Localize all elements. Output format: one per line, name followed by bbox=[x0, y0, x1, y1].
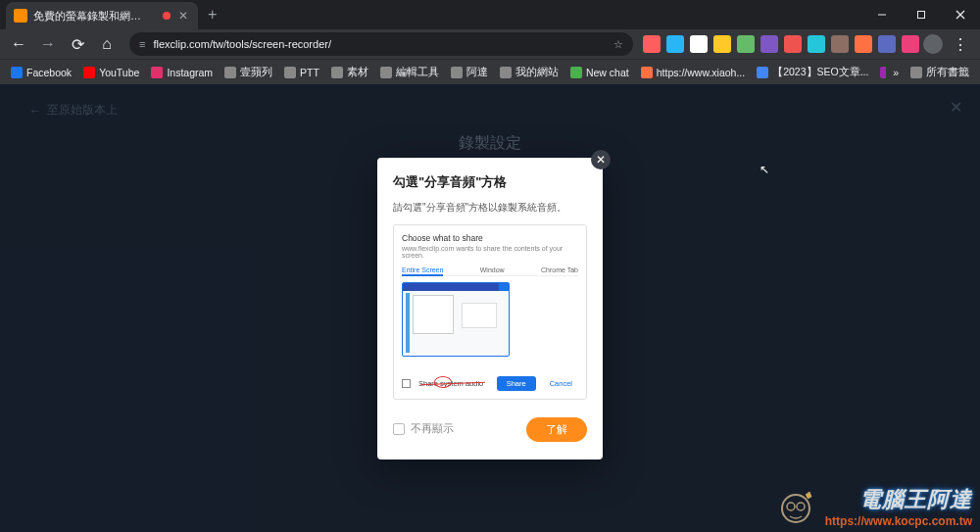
bookmark-label: 編輯工具 bbox=[396, 66, 439, 79]
share-system-audio-checkbox bbox=[402, 379, 411, 388]
nav-home-button[interactable]: ⌂ bbox=[94, 31, 120, 57]
tab-close-icon[interactable]: ✕ bbox=[176, 9, 190, 23]
nav-reload-button[interactable]: ⟳ bbox=[65, 31, 90, 57]
share-audio-modal: 勾選"分享音頻"方格 請勾選"分享音頻"方格以錄製系統音頻。 Choose wh… bbox=[377, 158, 603, 459]
mouse-cursor-icon: ↖ bbox=[760, 163, 769, 176]
extension-icon-2[interactable] bbox=[690, 35, 708, 53]
bookmark-item[interactable]: 我的網站 bbox=[495, 64, 564, 81]
bookmark-item[interactable]: 壹蘋列 bbox=[220, 64, 277, 81]
omnibox[interactable]: ≡ flexclip.com/tw/tools/screen-recorder/… bbox=[129, 32, 633, 56]
bookmark-item[interactable]: Instagram bbox=[146, 64, 218, 81]
bookmark-favicon bbox=[451, 67, 463, 78]
bookmark-label: YouTube bbox=[99, 67, 139, 78]
bookmark-favicon bbox=[151, 67, 163, 78]
tab-title: 免費的螢幕錄製和網路攝影 bbox=[33, 9, 151, 24]
extension-icon-3[interactable] bbox=[713, 35, 731, 53]
browser-titlebar: 免費的螢幕錄製和網路攝影 ✕ + bbox=[0, 0, 980, 29]
bookmark-label: Instagram bbox=[167, 67, 213, 78]
bookmark-item[interactable]: 【2023】SEO文章... bbox=[752, 64, 873, 81]
new-tab-button[interactable]: + bbox=[198, 6, 226, 24]
dont-show-again-label: 不再顯示 bbox=[411, 422, 454, 436]
svg-rect-1 bbox=[918, 12, 925, 19]
recording-indicator-icon bbox=[163, 12, 171, 20]
browser-tab[interactable]: 免費的螢幕錄製和網路攝影 ✕ bbox=[6, 2, 198, 29]
extension-icon-11[interactable] bbox=[902, 35, 919, 53]
bookmark-label: Facebook bbox=[26, 67, 72, 78]
bookmark-item[interactable]: https://www.xiaoh... bbox=[636, 64, 750, 81]
browser-navbar: ← → ⟳ ⌂ ≡ flexclip.com/tw/tools/screen-r… bbox=[0, 29, 980, 59]
bookmark-label: New chat bbox=[586, 67, 629, 78]
bookmark-favicon bbox=[380, 67, 392, 78]
bookmark-item[interactable]: 素材 bbox=[326, 64, 373, 81]
bookmarks-bar: FacebookYouTubeInstagram壹蘋列PTT素材編輯工具阿達我的… bbox=[0, 59, 980, 84]
window-controls bbox=[862, 0, 980, 29]
site-info-icon[interactable]: ≡ bbox=[139, 38, 145, 50]
share-picker-preview: Choose what to share www.flexclip.com wa… bbox=[393, 224, 587, 400]
bookmark-item[interactable]: YouTube bbox=[78, 64, 144, 81]
extension-icon-10[interactable] bbox=[878, 35, 896, 53]
bookmark-item[interactable]: PTT bbox=[279, 64, 324, 81]
omnibox-url: flexclip.com/tw/tools/screen-recorder/ bbox=[153, 38, 606, 50]
share-picker-cancel-button: Cancel bbox=[544, 376, 578, 391]
bookmarks-overflow-chevron[interactable]: » bbox=[888, 64, 904, 81]
bookmark-item[interactable]: Facebook bbox=[6, 64, 76, 81]
dont-show-again-checkbox[interactable] bbox=[393, 423, 405, 435]
nav-back-button[interactable]: ← bbox=[6, 31, 31, 57]
bookmark-label: 素材 bbox=[347, 66, 368, 79]
bookmark-item[interactable]: 編輯工具 bbox=[375, 64, 444, 81]
extension-icon-1[interactable] bbox=[666, 35, 684, 53]
screen-thumbnail bbox=[402, 282, 510, 357]
bookmark-favicon bbox=[880, 67, 886, 78]
window-minimize-button[interactable] bbox=[862, 0, 902, 29]
folder-icon bbox=[910, 67, 922, 78]
bookmark-favicon bbox=[83, 67, 95, 78]
modal-title: 勾選"分享音頻"方格 bbox=[393, 173, 587, 191]
window-maximize-button[interactable] bbox=[902, 0, 941, 29]
bookmark-item[interactable]: 阿達 bbox=[446, 64, 493, 81]
extension-icon-5[interactable] bbox=[760, 35, 778, 53]
bookmark-label: 阿達 bbox=[466, 66, 488, 79]
extension-icon-4[interactable] bbox=[737, 35, 755, 53]
extension-row bbox=[643, 35, 919, 53]
share-picker-share-button: Share bbox=[497, 376, 536, 391]
browser-menu-button[interactable]: ⋮ bbox=[947, 35, 974, 54]
profile-avatar[interactable] bbox=[923, 34, 943, 54]
share-tab-window: Window bbox=[480, 266, 505, 273]
modal-overlay: 勾選"分享音頻"方格 請勾選"分享音頻"方格以錄製系統音頻。 Choose wh… bbox=[0, 84, 980, 532]
modal-close-button[interactable]: ✕ bbox=[591, 150, 611, 169]
all-bookmarks-folder[interactable]: 所有書籤 bbox=[906, 64, 974, 81]
share-tab-entire-screen: Entire Screen bbox=[402, 266, 443, 276]
bookmark-favicon bbox=[331, 67, 343, 78]
bookmark-favicon bbox=[224, 67, 236, 78]
bookmark-item[interactable]: New chat bbox=[565, 64, 634, 81]
bookmark-favicon bbox=[11, 67, 23, 78]
share-picker-heading: Choose what to share bbox=[402, 233, 578, 243]
bookmark-label: PTT bbox=[300, 67, 319, 78]
tab-favicon bbox=[14, 9, 27, 23]
share-picker-subheading: www.flexclip.com wants to share the cont… bbox=[402, 245, 578, 259]
share-picker-tabs: Entire Screen Window Chrome Tab bbox=[402, 266, 578, 276]
bookmark-label: 壹蘋列 bbox=[240, 66, 272, 79]
bookmark-star-icon[interactable]: ☆ bbox=[613, 38, 623, 51]
extension-icon-6[interactable] bbox=[784, 35, 802, 53]
bookmark-favicon bbox=[500, 67, 512, 78]
highlight-circle-icon bbox=[434, 376, 452, 388]
window-close-button[interactable] bbox=[941, 0, 980, 29]
page-content: ← 至原始版本上 ✕ 錄製設定 聲音錄製處理 勾選"分享音頻"方格 請勾選"分享… bbox=[0, 84, 980, 532]
bookmark-favicon bbox=[284, 67, 296, 78]
modal-subtitle: 請勾選"分享音頻"方格以錄製系統音頻。 bbox=[393, 201, 587, 215]
share-tab-chrome-tab: Chrome Tab bbox=[541, 266, 578, 273]
bookmark-favicon bbox=[570, 67, 582, 78]
all-bookmarks-label: 所有書籤 bbox=[926, 66, 969, 79]
modal-ok-button[interactable]: 了解 bbox=[526, 417, 587, 442]
bookmark-item[interactable]: 劍橋翻譯 | 中英雙語 bbox=[875, 64, 886, 81]
nav-forward-button[interactable]: → bbox=[35, 31, 61, 57]
bookmark-label: https://www.xiaoh... bbox=[657, 67, 745, 78]
extension-icon-9[interactable] bbox=[855, 35, 872, 53]
extension-icon-8[interactable] bbox=[831, 35, 849, 53]
extension-icon-7[interactable] bbox=[808, 35, 825, 53]
extension-icon-0[interactable] bbox=[643, 35, 661, 53]
bookmark-label: 我的網站 bbox=[515, 66, 559, 79]
bookmark-favicon bbox=[641, 67, 653, 78]
bookmark-favicon bbox=[757, 67, 768, 78]
